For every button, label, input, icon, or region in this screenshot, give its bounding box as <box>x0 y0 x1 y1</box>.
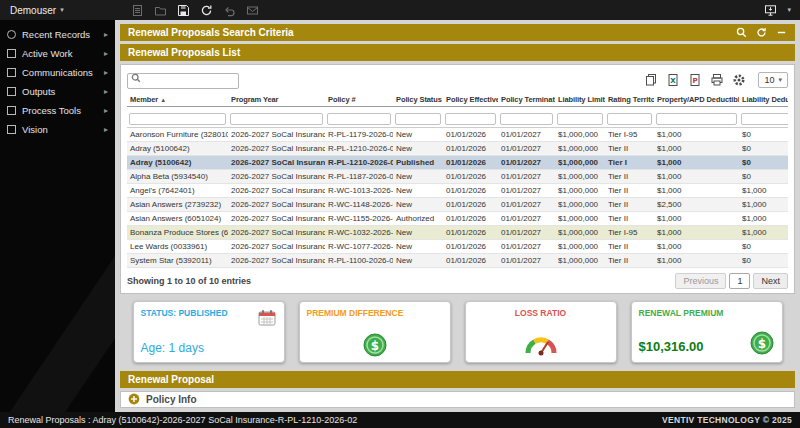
table-row[interactable]: Angel's (7642401)2026-2027 SoCal Insuran… <box>127 183 788 197</box>
column-filter-input[interactable] <box>445 113 496 125</box>
statusbar: Renewal Proposals : Adray (5100642)-2026… <box>0 412 800 428</box>
sidebar-item-label: Recent Records <box>22 29 90 40</box>
table-cell: 01/01/2026 <box>443 169 498 183</box>
previous-page-button[interactable]: Previous <box>675 273 726 289</box>
column-header[interactable]: Policy Effective <box>443 93 498 106</box>
refresh-icon[interactable] <box>200 4 213 17</box>
sidebar-item-active-work[interactable]: Active Work▸ <box>0 44 115 63</box>
search-criteria-bar[interactable]: Renewal Proposals Search Criteria <box>120 24 795 41</box>
table-cell: $0 <box>739 169 788 183</box>
column-filter-input[interactable] <box>129 113 226 125</box>
table-header-row: Member▲Program YearPolicy #Policy Status… <box>127 93 788 106</box>
table-cell: 01/01/2027 <box>498 155 555 169</box>
table-search <box>127 70 239 89</box>
column-header[interactable]: Liability Limit <box>555 93 605 106</box>
column-filter-input[interactable] <box>557 113 603 125</box>
table-tools: X P 10 ▾ <box>644 72 788 88</box>
proposals-list-bar[interactable]: Renewal Proposals List <box>120 44 795 61</box>
recent-records-icon <box>7 30 16 39</box>
column-header[interactable]: Member▲ <box>127 93 228 106</box>
loss-ratio-card[interactable]: LOSS RATIO <box>465 301 617 363</box>
table-row[interactable]: Adray (5100642)2026-2027 SoCal Insurance… <box>127 141 788 155</box>
table-cell: New <box>393 169 443 183</box>
table-cell: 01/01/2027 <box>498 211 555 225</box>
table-filter-row <box>127 106 788 127</box>
column-filter-input[interactable] <box>500 113 553 125</box>
page-size-value: 10 <box>764 75 774 85</box>
table-row[interactable]: Aaronson Furniture (3280109)2026-2027 So… <box>127 127 788 141</box>
sidebar-item-vision[interactable]: Vision▸ <box>0 120 115 139</box>
outputs-icon <box>7 87 16 96</box>
search-icon[interactable] <box>736 27 747 38</box>
next-page-button[interactable]: Next <box>753 273 788 289</box>
table-row[interactable]: System Star (5392011)2026-2027 SoCal Ins… <box>127 253 788 267</box>
renewal-premium-card[interactable]: RENEWAL PREMIUM $10,316.00 $ <box>631 301 783 363</box>
table-cell: Aaronson Furniture (3280109) <box>127 127 228 141</box>
table-cell: Lee Wards (0033961) <box>127 239 228 253</box>
table-cell: $0 <box>739 155 788 169</box>
table-cell: Tier I <box>605 155 654 169</box>
svg-text:X: X <box>671 77 677 85</box>
table-cell: Published <box>393 155 443 169</box>
new-document-icon[interactable] <box>131 4 144 17</box>
column-header[interactable]: Rating Territory <box>605 93 654 106</box>
table-cell: $1,000 <box>654 253 739 267</box>
status-card[interactable]: STATUS: PUBLISHED Age: 1 days <box>133 301 285 363</box>
column-filter-input[interactable] <box>230 113 323 125</box>
column-filter-input[interactable] <box>741 113 788 125</box>
column-header[interactable]: Property/APD Deductible <box>654 93 739 106</box>
list-controls: X P 10 ▾ <box>127 70 788 89</box>
column-header[interactable]: Policy # <box>325 93 393 106</box>
column-filter-input[interactable] <box>656 113 737 125</box>
table-row[interactable]: Adray (5100642)2026-2027 SoCal Insurance… <box>127 155 788 169</box>
user-menu[interactable]: Demouser ▾ <box>0 5 115 16</box>
column-header[interactable]: Liability Deduct <box>739 93 788 106</box>
column-header[interactable]: Policy Status <box>393 93 443 106</box>
sidebar-item-process-tools[interactable]: Process Tools▸ <box>0 101 115 120</box>
open-folder-icon[interactable] <box>154 4 167 17</box>
table-cell: 01/01/2026 <box>443 225 498 239</box>
table-cell: R-PL-1210-2026-01 <box>325 141 393 155</box>
copy-icon[interactable] <box>644 73 658 87</box>
expand-plus-icon[interactable] <box>128 393 140 405</box>
column-header[interactable]: Program Year <box>228 93 325 106</box>
print-icon[interactable] <box>710 73 724 87</box>
table-search-input[interactable] <box>127 73 239 89</box>
statusbar-record-text: Renewal Proposals : Adray (5100642)-2026… <box>8 415 357 425</box>
table-row[interactable]: Lee Wards (0033961)2026-2027 SoCal Insur… <box>127 239 788 253</box>
sidebar-item-communications[interactable]: Communications▸ <box>0 63 115 82</box>
showing-entries-text: Showing 1 to 10 of 10 entries <box>127 276 251 286</box>
screen-share-icon[interactable] <box>764 4 777 17</box>
sidebar-item-recent-records[interactable]: Recent Records▸ <box>0 25 115 44</box>
caret-down-icon[interactable]: ▾ <box>787 6 791 14</box>
table-row[interactable]: Alpha Beta (5934540)2026-2027 SoCal Insu… <box>127 169 788 183</box>
sidebar-item-outputs[interactable]: Outputs▸ <box>0 82 115 101</box>
page-number-button[interactable]: 1 <box>729 273 750 289</box>
table-cell: New <box>393 253 443 267</box>
page-size-select[interactable]: 10 ▾ <box>758 72 788 88</box>
column-filter-input[interactable] <box>607 113 652 125</box>
process-tools-icon <box>7 106 16 115</box>
column-header-label: Member <box>130 95 158 104</box>
export-pdf-icon[interactable]: P <box>688 73 702 87</box>
renewal-proposal-bar[interactable]: Renewal Proposal <box>120 371 795 388</box>
export-excel-icon[interactable]: X <box>666 73 680 87</box>
mail-icon[interactable] <box>246 4 259 17</box>
collapse-minus-icon[interactable] <box>776 27 787 38</box>
premium-difference-card[interactable]: PREMIUM DIFFERENCE $ <box>299 301 451 363</box>
save-icon[interactable] <box>177 4 190 17</box>
policy-info-section[interactable]: Policy Info <box>120 391 795 409</box>
gear-icon[interactable] <box>732 73 746 87</box>
undo-icon[interactable] <box>223 4 236 17</box>
column-filter-input[interactable] <box>395 113 441 125</box>
table-row[interactable]: Asian Answers (6051024)2026-2027 SoCal I… <box>127 211 788 225</box>
column-filter-input[interactable] <box>327 113 391 125</box>
table-row[interactable]: Bonanza Produce Stores (6360664)2026-202… <box>127 225 788 239</box>
table-row[interactable]: Asian Answers (2739232)2026-2027 SoCal I… <box>127 197 788 211</box>
refresh-icon[interactable] <box>756 27 767 38</box>
sidebar-item-label: Process Tools <box>22 105 81 116</box>
column-header-label: Policy Termination <box>501 95 555 104</box>
column-header[interactable]: Policy Termination <box>498 93 555 106</box>
svg-text:$: $ <box>757 336 765 350</box>
table-cell: 01/01/2027 <box>498 141 555 155</box>
